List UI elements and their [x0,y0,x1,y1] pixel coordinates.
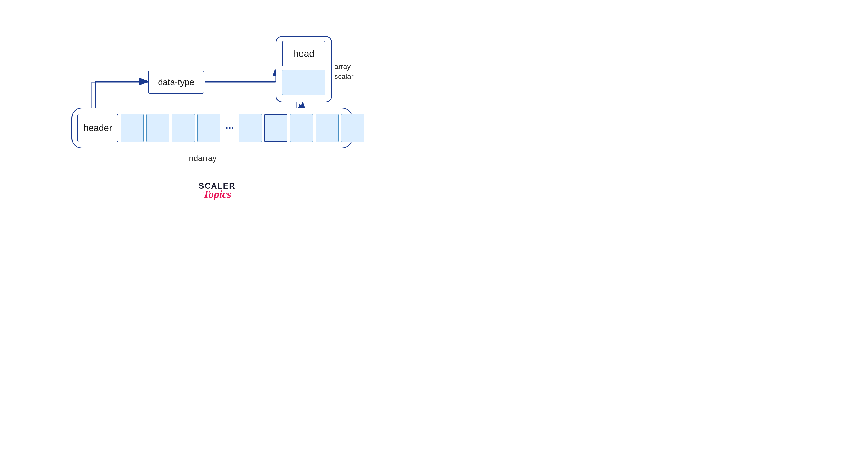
data-cell-2 [146,114,169,142]
data-cell-5 [239,114,262,142]
array-label: array [335,62,353,71]
array-scalar-label: array scalar [335,62,353,82]
data-cell-6 [290,114,313,142]
arrow1 [96,82,148,108]
datatype-box: data-type [148,70,204,93]
ndarray-label: ndarray [189,153,217,163]
data-cell-4 [197,114,220,142]
head-label: head [293,48,315,59]
data-cell-7 [315,114,339,142]
datatype-to-scalar-arrow [205,69,275,82]
logo-container: SCALER Topics [198,182,236,200]
ndarray-bar: header ··· [71,108,352,148]
data-cell-1 [121,114,144,142]
data-cell-8 [341,114,364,142]
header-box: header [78,114,118,142]
data-cell-3 [172,114,195,142]
logo-topics-text: Topics [203,189,231,200]
datatype-label: data-type [158,77,194,87]
head-box: head [282,41,326,66]
dots-indicator: ··· [223,122,237,134]
scalar-label: scalar [335,71,353,82]
data-cell-selected [265,114,287,142]
array-scalar-container: head [276,36,332,103]
diagram-container: header ··· ndarray data-type head array … [51,26,383,205]
header-label: header [84,123,112,134]
scalar-inner-box [282,69,326,95]
header-to-datatype-arrow [92,82,148,108]
